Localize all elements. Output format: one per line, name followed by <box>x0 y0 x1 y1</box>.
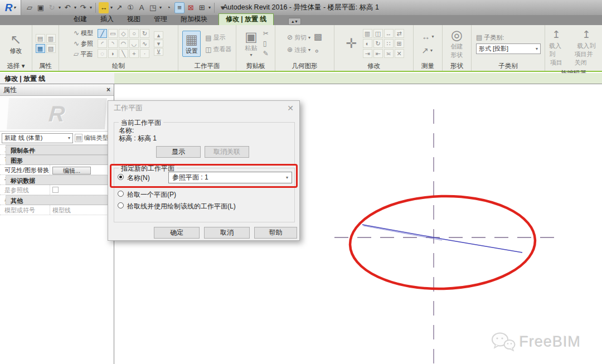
panel-select-label[interactable]: 选择 ▾ <box>0 62 32 71</box>
tag-icon[interactable]: ① <box>125 2 135 13</box>
undo-caret-icon[interactable]: ▾ <box>74 5 76 10</box>
properties-palette-icon[interactable]: ▤ <box>36 34 45 43</box>
undo-icon[interactable]: ↶ <box>62 2 72 13</box>
tab-create[interactable]: 创建 <box>67 14 94 25</box>
draw-plane-button[interactable]: ▱平面 <box>74 50 93 59</box>
align-icon[interactable]: ▥ <box>363 29 372 38</box>
save-icon[interactable]: ▣ <box>36 2 46 13</box>
help-button[interactable]: 帮助 <box>254 227 297 239</box>
tab-manage[interactable]: 管理 <box>147 14 174 25</box>
workplane-set-button[interactable]: ▦ 设置 <box>182 31 201 57</box>
demolish-icon[interactable]: ∘ <box>314 46 322 56</box>
radio-pick-line[interactable] <box>118 202 124 208</box>
draw-pick-edges-icon[interactable]: + <box>129 49 139 58</box>
family-connections-icon[interactable]: ▧ <box>46 44 56 53</box>
draw-ellipse-icon[interactable]: ◌ <box>98 49 107 58</box>
family-category-icon[interactable]: ▥ <box>46 34 56 43</box>
dimension-tool-icon[interactable]: ↗ <box>421 46 429 56</box>
match-type-icon[interactable]: ✎ <box>263 50 269 57</box>
draw-arc-tangent-icon[interactable]: ◠ <box>119 39 128 48</box>
tab-addins[interactable]: 附加模块 <box>174 14 214 25</box>
sync-icon[interactable]: ↻ <box>47 2 57 13</box>
measure-caret-icon[interactable]: ▾ <box>110 5 113 10</box>
thin-lines-icon[interactable]: ≡ <box>174 2 185 13</box>
show-button[interactable]: 显示 <box>156 146 201 158</box>
draw-pick-lines-icon[interactable]: ╲ <box>119 49 128 58</box>
draw-circumscribed-polygon-icon[interactable]: ↻ <box>140 29 149 38</box>
draw-reference-button[interactable]: ∿参照 <box>74 40 93 48</box>
mirror-pick-icon[interactable]: ⇄ <box>395 29 404 38</box>
draw-scroll-down-icon[interactable]: ▾ <box>154 40 163 47</box>
sync-caret-icon[interactable]: ▾ <box>59 5 61 10</box>
trim-icon[interactable]: ⇥ <box>363 49 372 58</box>
cut-icon[interactable]: ✂ <box>263 30 269 37</box>
ribbon-collapse-button[interactable]: ▴ ▾ <box>288 18 300 25</box>
workplane-viewer-button[interactable]: ◫查看器 <box>205 45 231 54</box>
move-button[interactable]: ✛ <box>343 35 359 52</box>
dissociate-button[interactable]: 取消关联 <box>205 146 249 158</box>
measure-icon[interactable]: ↔ <box>99 2 109 13</box>
prop-row-vg-overrides[interactable]: 可见性/图形替换 编辑... <box>0 165 114 175</box>
workplane-show-button[interactable]: ▤显示 <box>205 33 231 42</box>
default-3d-view-icon[interactable]: ◳ <box>148 2 158 13</box>
draw-model-button[interactable]: ∿模型 <box>74 29 93 37</box>
ok-button[interactable]: 确定 <box>154 227 200 239</box>
redo-icon[interactable]: ↷ <box>78 2 88 13</box>
measure-tool-caret-icon[interactable]: ▾ <box>431 34 434 39</box>
geometry-join-button[interactable]: ⊕连接▾ <box>287 46 310 54</box>
close-hidden-windows-icon[interactable]: ⊠ <box>186 2 196 13</box>
paint-icon[interactable]: ▩ <box>314 31 322 42</box>
create-form-button[interactable]: ◎ 创建 形状 <box>449 27 465 60</box>
split-icon[interactable]: ◐ <box>363 39 372 48</box>
aligned-dimension-icon[interactable]: ↗ <box>114 2 124 13</box>
extend-icon[interactable]: ⇤ <box>373 49 383 58</box>
tab-view[interactable]: 视图 <box>120 14 147 25</box>
load-into-project-button[interactable]: ↥ 载入到 项目 <box>547 26 566 68</box>
draw-partial-ellipse-icon[interactable]: ◗ <box>108 49 118 58</box>
prop-row-model-or-symbol[interactable]: 模型或符号 模型线 <box>0 205 114 215</box>
draw-line-icon[interactable]: ╱ <box>98 29 107 38</box>
mirror-axis-icon[interactable]: ↔ <box>384 29 394 38</box>
model-line-blue[interactable] <box>362 225 522 253</box>
customize-qat-icon[interactable]: ▾ <box>217 2 227 13</box>
geometry-cut-button[interactable]: ⊘剪切▾ <box>287 33 310 42</box>
dialog-close-icon[interactable]: ✕ <box>287 104 294 113</box>
draw-inscribed-polygon-icon[interactable]: ◇ <box>119 29 128 38</box>
application-menu-button[interactable]: R▾ <box>0 0 21 15</box>
switch-windows-icon[interactable]: ⊞ <box>197 2 207 13</box>
draw-arc-center-ends-icon[interactable]: ◝ <box>108 39 118 48</box>
draw-point-icon[interactable]: · <box>140 49 149 58</box>
draw-rectangle-icon[interactable]: ▭ <box>108 29 118 38</box>
family-types-icon[interactable]: ▦ <box>36 44 45 53</box>
rotate-icon[interactable]: ↻ <box>373 39 383 48</box>
draw-spline-icon[interactable]: ∿ <box>140 39 149 48</box>
properties-close-icon[interactable]: × <box>106 86 110 94</box>
cancel-button[interactable]: 取消 <box>204 227 250 239</box>
redo-caret-icon[interactable]: ▾ <box>90 5 92 10</box>
array-icon[interactable]: ∷ <box>384 39 394 48</box>
subcategory-dropdown[interactable]: 形式 [投影] ▾ <box>476 43 541 54</box>
open-icon[interactable]: ▱ <box>25 2 35 13</box>
load-into-project-close-button[interactable]: ↥ 载入到 项目并关闭 <box>572 26 601 68</box>
type-selector-dropdown[interactable]: 新建 线 (体量) ▾ <box>2 133 73 143</box>
scale-icon[interactable]: ⊞ <box>395 39 404 48</box>
text-icon[interactable]: A <box>137 2 147 13</box>
tab-modify-place-lines[interactable]: 修改 | 放置 线 <box>219 13 274 25</box>
draw-arc-fillet-icon[interactable]: ◡ <box>129 39 139 48</box>
measure-tool-icon[interactable]: ↔ <box>421 32 430 41</box>
edit-type-button[interactable]: ▤ 编辑类型 <box>75 134 108 142</box>
tab-insert[interactable]: 插入 <box>94 14 120 25</box>
switch-windows-caret-icon[interactable]: ▾ <box>208 5 211 10</box>
copy-icon[interactable]: ▯ <box>263 40 269 47</box>
dimension-tool-caret-icon[interactable]: ▾ <box>430 48 433 53</box>
section-icon[interactable]: ◔ <box>163 2 173 13</box>
draw-expand-icon[interactable]: ⊻ <box>154 48 163 56</box>
prop-row-is-reference-line[interactable]: 是参照线 <box>0 185 114 195</box>
is-reference-checkbox[interactable] <box>52 187 59 193</box>
draw-arc-start-end-icon[interactable]: ◜ <box>98 39 107 48</box>
pin-icon[interactable]: ≍ <box>384 49 394 58</box>
view3d-caret-icon[interactable]: ▾ <box>159 5 162 10</box>
modify-button[interactable]: ↖ 修改 <box>8 31 25 56</box>
draw-circle-icon[interactable]: ○ <box>129 29 139 38</box>
paste-button[interactable]: ▣ 粘贴 ▾ <box>242 28 260 59</box>
